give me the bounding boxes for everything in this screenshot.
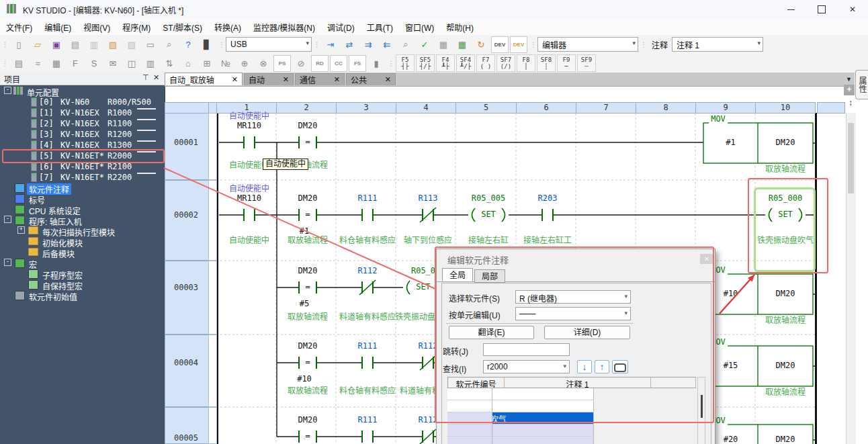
- translate-button[interactable]: 翻译(E): [449, 326, 534, 339]
- import-unit-icon[interactable]: ▨: [104, 36, 122, 53]
- verify-icon[interactable]: ⌕: [397, 36, 415, 53]
- ladder-scrollbar-thumb[interactable]: [848, 123, 854, 193]
- table-scrollbar[interactable]: [697, 377, 705, 444]
- waveform-icon[interactable]: ≈: [29, 55, 46, 72]
- tab-close-icon[interactable]: ✕: [232, 75, 238, 84]
- tree-item-7[interactable]: -宏: [0, 258, 165, 269]
- help-icon[interactable]: ?: [179, 36, 197, 53]
- pin-icon[interactable]: ⊤: [142, 73, 149, 82]
- unit-row-5[interactable]: [5]KV-N16ET*R2000: [0, 150, 165, 161]
- tree-root-unit-config[interactable]: -单元配置: [0, 86, 165, 97]
- ladder-instruction-f4[interactable]: F4┸├: [436, 54, 455, 72]
- ladder-scrollbar[interactable]: [846, 113, 856, 444]
- delete-unit-icon[interactable]: ▧: [123, 36, 140, 53]
- dialog-close-button[interactable]: ✕: [700, 254, 713, 264]
- tree-item-9[interactable]: 自保持型宏: [0, 279, 165, 290]
- dialog-tab-局部[interactable]: 局部: [474, 269, 505, 283]
- find-combo[interactable]: r2000 ▾: [483, 360, 570, 373]
- collapse-icon[interactable]: -: [4, 216, 11, 223]
- tab-close-icon[interactable]: ✕: [385, 75, 391, 84]
- plc-link-icon[interactable]: ⊕: [236, 55, 253, 72]
- ladder-instruction-sf5[interactable]: SF5┤/├: [416, 54, 435, 72]
- monitor-editor-icon[interactable]: ✓: [416, 36, 433, 53]
- numbering-icon[interactable]: №: [217, 55, 234, 72]
- unit-row-6[interactable]: [6]KV-N16ET*R2100: [0, 161, 165, 172]
- dev-write-icon[interactable]: DEV: [510, 36, 527, 53]
- ladder-instruction-sf4[interactable]: SF4┸/├: [456, 54, 475, 72]
- unit-row-1[interactable]: [1]KV-N16EXR1000: [0, 107, 165, 118]
- table-extra-cell[interactable]: [447, 412, 492, 425]
- menu-item-8[interactable]: 工具(T): [361, 19, 399, 36]
- menu-item-9[interactable]: 窗口(W): [399, 19, 440, 36]
- unit-monitor-icon[interactable]: ▥: [142, 55, 159, 72]
- tree-item-8[interactable]: 子程序型宏: [0, 269, 165, 279]
- tree-item-6[interactable]: 后备模块: [0, 247, 165, 258]
- mail-icon[interactable]: ✉: [104, 55, 122, 72]
- tree-item-4[interactable]: +每次扫描执行型模块: [0, 226, 165, 236]
- tab-close-icon[interactable]: ✕: [283, 75, 289, 84]
- table-extra-cell[interactable]: [447, 400, 492, 412]
- write-to-plc-icon[interactable]: ⇉: [359, 36, 377, 53]
- menu-item-10[interactable]: 帮助(H): [440, 19, 480, 36]
- tab-通信[interactable]: 通信✕: [295, 73, 345, 85]
- table-extra-cell[interactable]: [447, 425, 492, 437]
- rung-number-cell[interactable]: [165, 113, 209, 180]
- menu-item-4[interactable]: ST/脚本(S): [157, 19, 208, 36]
- ladder-instruction-f7[interactable]: F7( ): [476, 54, 495, 72]
- unit-row-3[interactable]: [3]KV-N16EXR1200: [0, 129, 165, 140]
- unit-row-4[interactable]: [4]KV-N16EXR1300: [0, 140, 165, 150]
- home-icon[interactable]: ⌂: [179, 55, 197, 72]
- monitor-start-icon[interactable]: ⇥: [322, 36, 339, 53]
- collapse-icon[interactable]: -: [4, 259, 11, 266]
- tab-close-icon[interactable]: ✕: [334, 75, 340, 84]
- script-icon[interactable]: S: [85, 55, 103, 72]
- cc-link-icon[interactable]: CC: [330, 55, 347, 72]
- rung-number-cell[interactable]: [165, 180, 209, 261]
- unit-row-2[interactable]: [2]KV-N16EXR1100: [0, 118, 165, 129]
- tab-公共[interactable]: 公共✕: [346, 73, 396, 85]
- splitter-icon[interactable]: ↕: [846, 98, 855, 110]
- panel-close-icon[interactable]: ✕: [153, 73, 159, 82]
- ftp-transfer-icon[interactable]: ⇅: [161, 55, 178, 72]
- rung-number-cell[interactable]: [165, 261, 209, 335]
- menu-item-2[interactable]: 视图(V): [77, 19, 116, 36]
- new-file-icon[interactable]: ▯: [10, 36, 28, 53]
- table-extra-cell[interactable]: [447, 388, 492, 400]
- file-register-icon[interactable]: FS: [349, 55, 366, 72]
- simulator-icon[interactable]: ▦: [435, 36, 452, 53]
- ladder-instruction-sf7[interactable]: SF7(/): [496, 54, 515, 72]
- rd-write-icon[interactable]: RD: [311, 55, 329, 72]
- unit-row-7[interactable]: [7]KV-N16ET*R2200: [0, 172, 165, 183]
- device-comment-edit-icon[interactable]: ▤: [10, 55, 28, 72]
- find-prev-button[interactable]: ↑: [595, 360, 609, 373]
- ladder-instruction-sf8[interactable]: SF8┆: [537, 54, 556, 72]
- tree-item-0[interactable]: 软元件注释: [0, 183, 165, 193]
- plc-verify-icon[interactable]: ⊗: [255, 55, 272, 72]
- rung-number-cell[interactable]: [165, 407, 209, 444]
- menu-item-7[interactable]: 调试(D): [321, 19, 361, 36]
- maximize-button[interactable]: [806, 0, 837, 19]
- unit-edit-combo[interactable]: —— ▾: [515, 307, 631, 320]
- jump-input[interactable]: [483, 343, 570, 356]
- print-preview-icon[interactable]: ⌕: [161, 36, 178, 53]
- registration-monitor-icon[interactable]: ▦: [453, 36, 471, 53]
- comm-settings-icon[interactable]: ▊: [198, 36, 216, 53]
- read-from-plc-icon[interactable]: ⇇: [378, 36, 396, 53]
- tree-item-2[interactable]: CPU 系统设定: [0, 204, 165, 215]
- menu-item-1[interactable]: 编辑(E): [38, 19, 77, 36]
- tab-list-dropdown-icon[interactable]: ▼: [846, 76, 852, 83]
- add-unit-icon[interactable]: ⊞: [198, 55, 216, 72]
- led-display-icon[interactable]: ▮: [367, 55, 385, 72]
- menu-item-5[interactable]: 转换(A): [208, 19, 247, 36]
- ladder-instruction-f8[interactable]: F8│: [517, 54, 535, 72]
- ladder-instruction-f9[interactable]: F9─: [557, 54, 576, 72]
- unit-row-0[interactable]: [0]KV-N60R000/R500: [0, 97, 165, 107]
- properties-tab[interactable]: 属性: [855, 70, 868, 99]
- add-rung-button[interactable]: +: [844, 85, 855, 95]
- connection-combo[interactable]: USB▾: [226, 37, 312, 52]
- print-icon[interactable]: ▭: [142, 36, 159, 53]
- table-scrollbar-thumb[interactable]: [701, 395, 703, 418]
- unit-editor-icon[interactable]: ▥: [85, 36, 103, 53]
- tab-自动_取放轴[interactable]: 自动_取放轴✕: [165, 73, 243, 85]
- select-device-combo[interactable]: R (继电器) ▾: [515, 290, 631, 304]
